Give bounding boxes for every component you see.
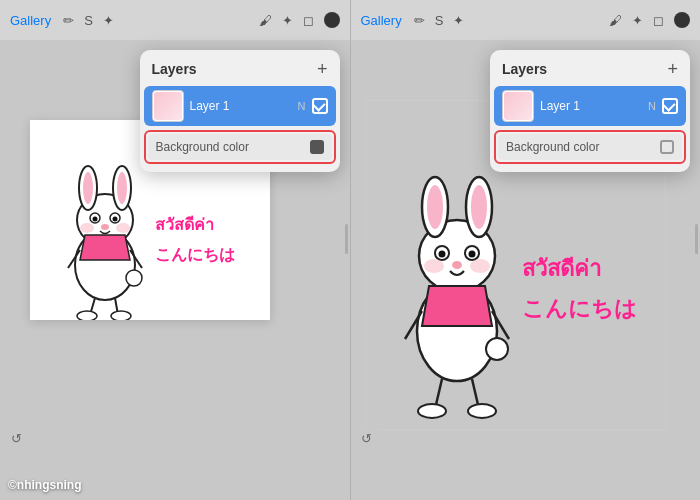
left-bg-checkbox[interactable] (310, 140, 324, 154)
svg-point-30 (438, 251, 445, 258)
right-scroll-indicator[interactable] (695, 224, 698, 254)
right-layers-header: Layers + (490, 50, 690, 86)
right-layer-1-blendmode[interactable]: N (648, 100, 656, 112)
right-panel: Gallery ✏ S ✦ 🖌 ✦ ◻ (351, 0, 701, 500)
modify-icon[interactable]: ✏ (63, 13, 74, 28)
svg-point-3 (83, 172, 93, 204)
right-bg-label: Background color (506, 140, 599, 154)
right-toolbar-icons: ✏ S ✦ (414, 13, 465, 28)
right-gallery-button[interactable]: Gallery (361, 13, 402, 28)
right-color-swatch[interactable] (674, 12, 690, 28)
left-bg-row-highlight: Background color (144, 130, 336, 164)
left-undo-button[interactable]: ↺ (4, 426, 28, 450)
right-bg-checkbox[interactable] (660, 140, 674, 154)
svg-point-11 (80, 223, 94, 233)
svg-point-33 (424, 259, 444, 273)
svg-point-27 (471, 185, 487, 229)
right-modify-icon[interactable]: ✏ (414, 13, 425, 28)
svg-text:こんにちは: こんにちは (155, 246, 235, 263)
left-toolbar-right: 🖌 ✦ ◻ (259, 12, 340, 28)
right-erase-icon[interactable]: ◻ (653, 13, 664, 28)
lasso-icon[interactable]: S (84, 13, 93, 28)
svg-text:こんにちは: こんにちは (522, 296, 637, 321)
left-layers-panel: Layers + Layer 1 N Background color (140, 50, 340, 172)
color-swatch[interactable] (324, 12, 340, 28)
right-toolbar: Gallery ✏ S ✦ 🖌 ✦ ◻ (351, 0, 701, 40)
left-layers-add-button[interactable]: + (317, 60, 328, 78)
right-layer-1-row[interactable]: Layer 1 N (494, 86, 686, 126)
left-bg-color-row[interactable]: Background color (148, 134, 332, 160)
right-smudge-icon[interactable]: ✦ (632, 13, 643, 28)
left-toolbar: Gallery ✏ S ✦ 🖌 ✦ ◻ (0, 0, 350, 40)
svg-point-17 (77, 311, 97, 320)
right-layer-1-preview (504, 92, 532, 120)
svg-point-32 (452, 261, 462, 269)
smudge-icon[interactable]: ✦ (282, 13, 293, 28)
left-layers-header: Layers + (140, 50, 340, 86)
right-lasso-icon[interactable]: S (435, 13, 444, 28)
svg-text:สวัสดีค่า: สวัสดีค่า (155, 215, 214, 233)
right-layer-1-name: Layer 1 (540, 99, 642, 113)
svg-point-31 (468, 251, 475, 258)
svg-point-5 (117, 172, 127, 204)
svg-point-10 (101, 224, 109, 230)
right-move-icon[interactable]: ✦ (453, 13, 464, 28)
move-icon[interactable]: ✦ (103, 13, 114, 28)
left-layer-1-name: Layer 1 (190, 99, 292, 113)
left-gallery-button[interactable]: Gallery (10, 13, 51, 28)
svg-point-18 (111, 311, 131, 320)
left-layer-1-preview (154, 92, 182, 120)
right-layer-1-visibility[interactable] (662, 98, 678, 114)
svg-point-9 (113, 217, 118, 222)
svg-point-12 (116, 223, 130, 233)
svg-point-34 (470, 259, 490, 273)
left-layers-title: Layers (152, 61, 197, 77)
svg-point-40 (468, 404, 496, 418)
right-layer-1-thumb (502, 90, 534, 122)
right-undo-button[interactable]: ↺ (355, 426, 379, 450)
svg-point-8 (93, 217, 98, 222)
erase-icon[interactable]: ◻ (303, 13, 314, 28)
left-bg-label: Background color (156, 140, 249, 154)
svg-point-19 (126, 270, 142, 286)
svg-point-41 (486, 338, 508, 360)
svg-point-25 (427, 185, 443, 229)
left-layer-1-thumb (152, 90, 184, 122)
right-toolbar-right: 🖌 ✦ ◻ (609, 12, 690, 28)
right-bg-row-highlight: Background color (494, 130, 686, 164)
right-layers-panel: Layers + Layer 1 N Background color (490, 50, 690, 172)
brush-icon[interactable]: 🖌 (259, 13, 272, 28)
watermark: ©nhingsning (8, 478, 82, 492)
left-scroll-indicator[interactable] (345, 224, 348, 254)
svg-point-39 (418, 404, 446, 418)
left-layer-1-visibility[interactable] (312, 98, 328, 114)
svg-text:สวัสดีค่า: สวัสดีค่า (522, 256, 601, 281)
left-toolbar-icons: ✏ S ✦ (63, 13, 114, 28)
right-bg-color-row[interactable]: Background color (498, 134, 682, 160)
right-brush-icon[interactable]: 🖌 (609, 13, 622, 28)
left-panel: Gallery ✏ S ✦ 🖌 ✦ ◻ (0, 0, 350, 500)
right-layers-title: Layers (502, 61, 547, 77)
left-layer-1-row[interactable]: Layer 1 N (144, 86, 336, 126)
right-layers-add-button[interactable]: + (667, 60, 678, 78)
left-layer-1-blendmode[interactable]: N (298, 100, 306, 112)
